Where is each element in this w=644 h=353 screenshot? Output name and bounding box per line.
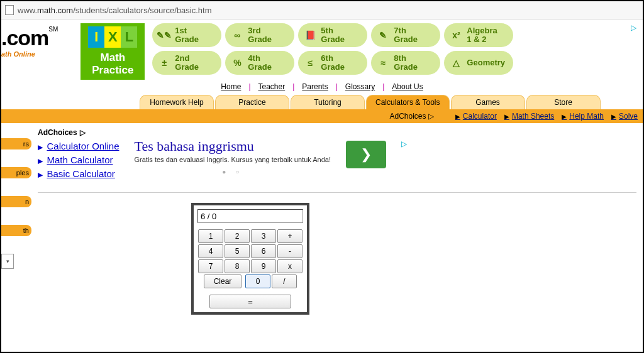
subnav-link[interactable]: ▶ Math Sheets [504, 112, 554, 121]
subnav-link[interactable]: ▶ Help Math [562, 112, 604, 121]
ixl-logo: I X L [88, 26, 137, 48]
nav-tab[interactable]: Practice [215, 95, 289, 109]
ixl-ad[interactable]: I X L Math Practice [80, 23, 145, 80]
calc-key-1[interactable]: 1 [198, 229, 223, 243]
adchoices-label-small[interactable]: AdChoices ▷ [38, 128, 636, 137]
grade-pill[interactable]: ∞3rdGrade [225, 23, 294, 47]
calc-key-2[interactable]: 2 [225, 229, 250, 243]
calc-key-+[interactable]: + [277, 229, 303, 243]
calc-key-9[interactable]: 9 [251, 259, 276, 273]
sponsored-link[interactable]: Basic Calculator [47, 168, 114, 179]
calc-key-divide[interactable]: / [272, 274, 297, 288]
grade-label: Geometry [467, 58, 505, 67]
nav-tab[interactable]: Store [526, 95, 601, 109]
play-icon: ▶ [38, 157, 43, 165]
nav-tab[interactable]: Tutoring [291, 95, 365, 109]
top-link[interactable]: Glossary [345, 82, 375, 91]
grade-pill[interactable]: ±2ndGrade [152, 51, 221, 75]
sponsored-link[interactable]: Calculator Online [47, 141, 119, 151]
calc-key-8[interactable]: 8 [225, 259, 250, 273]
left-side-tab[interactable]: rs [1, 138, 31, 149]
nav-tabs: Homework HelpPracticeTutoringCalculators… [1, 95, 643, 109]
grade-pill[interactable]: ✎✎1stGrade [152, 23, 221, 47]
ad-text[interactable]: Tes bahasa inggrismu Gratis tes dan eval… [135, 138, 331, 175]
grade-icon: 📕 [304, 30, 316, 41]
subnav-link[interactable]: ▶ Solve [611, 112, 638, 121]
grade-label: 6thGrade [321, 54, 345, 71]
sponsored-links: ▶ Calculator Online▶ Math Calculator▶ Ba… [38, 141, 119, 180]
left-side-tab[interactable]: th [1, 225, 31, 236]
nav-tab[interactable]: Calculators & Tools [366, 95, 450, 109]
left-sidebar: rsplesnth▾ [1, 123, 31, 352]
top-link[interactable]: Teacher [258, 82, 286, 91]
grade-label: 2ndGrade [175, 54, 199, 71]
play-icon: ▶ [38, 143, 43, 151]
grade-icon: ± [158, 57, 170, 68]
calc-key-5[interactable]: 5 [225, 244, 250, 258]
sponsored-link[interactable]: Math Calculator [47, 155, 113, 165]
top-link[interactable]: Home [221, 82, 241, 91]
site-logo: .comSM ath Online [1, 23, 58, 58]
grade-pill[interactable]: x²Algebra1 & 2 [444, 23, 513, 47]
ad-triangle-icon[interactable]: ▷ [631, 23, 636, 32]
grade-pill[interactable]: ✎7thGrade [371, 23, 440, 47]
grade-label: 4thGrade [248, 54, 272, 71]
grade-icon: ✎ [377, 30, 389, 41]
grade-label: Algebra1 & 2 [467, 26, 497, 43]
play-icon: ▶ [562, 113, 567, 120]
grade-label: 3rdGrade [248, 26, 272, 43]
play-icon: ▶ [455, 113, 460, 120]
nav-tab[interactable]: Homework Help [140, 95, 214, 109]
url: www.math.com/students/calculators/source… [18, 6, 212, 15]
play-icon: ▶ [38, 171, 43, 178]
grade-icon: x² [450, 30, 462, 41]
grade-icon: ≈ [377, 57, 389, 68]
grade-pill[interactable]: ≤6thGrade [298, 51, 367, 75]
calc-key-4[interactable]: 4 [198, 244, 223, 258]
grade-label: 8thGrade [394, 54, 418, 71]
top-link[interactable]: Parents [302, 82, 328, 91]
top-links: Home|Teacher|Parents|Glossary|About Us [1, 80, 643, 95]
grade-icon: △ [450, 57, 462, 68]
grade-icon: ≤ [304, 57, 316, 68]
calc-key-7[interactable]: 7 [198, 259, 223, 273]
left-side-tab[interactable]: n [1, 196, 31, 207]
grade-icon: % [231, 57, 243, 68]
adchoices-label[interactable]: AdChoices ▷ [389, 112, 433, 121]
divider [38, 192, 636, 193]
calc-key--[interactable]: - [277, 244, 303, 258]
calc-key-6[interactable]: 6 [251, 244, 276, 258]
grade-pill[interactable]: ≈8thGrade [371, 51, 440, 75]
grade-pill[interactable]: %4thGrade [225, 51, 294, 75]
top-link[interactable]: About Us [392, 82, 423, 91]
main-content: AdChoices ▷ ▶ Calculator Online▶ Math Ca… [31, 123, 643, 352]
calc-key-0[interactable]: 0 [245, 274, 270, 288]
ad-triangle-icon[interactable]: ▷ [401, 139, 407, 148]
address-bar[interactable]: www.math.com/students/calculators/source… [1, 1, 643, 19]
sub-nav-bar: AdChoices ▷ ▶ Calculator▶ Math Sheets▶ H… [1, 109, 643, 123]
grade-label: 7thGrade [394, 26, 418, 43]
ad-pagination-dots[interactable]: ● ○ [135, 168, 331, 175]
grade-pill[interactable]: △Geometry [444, 51, 513, 75]
subnav-link[interactable]: ▶ Calculator [455, 112, 497, 121]
grade-label: 1stGrade [175, 26, 199, 43]
grade-pills: ✎✎1stGrade∞3rdGrade📕5thGrade✎7thGradex²A… [152, 23, 513, 75]
left-side-tab[interactable]: ples [1, 167, 31, 178]
calc-key-equals[interactable]: = [209, 295, 291, 308]
link-separator: | [248, 82, 250, 91]
calc-display[interactable] [197, 209, 303, 223]
ad-go-button[interactable]: ❯ [346, 141, 386, 168]
nav-tab[interactable]: Games [451, 95, 525, 109]
calc-key-clear[interactable]: Clear [204, 274, 242, 288]
grade-icon: ∞ [231, 30, 243, 41]
play-icon: ▶ [504, 113, 509, 120]
grade-pill[interactable]: 📕5thGrade [298, 23, 367, 47]
left-dropdown[interactable]: ▾ [1, 254, 14, 269]
calc-key-x[interactable]: x [277, 259, 303, 273]
link-separator: | [336, 82, 338, 91]
grade-label: 5thGrade [321, 26, 345, 43]
play-icon: ▶ [611, 113, 616, 120]
grade-icon: ✎✎ [158, 30, 170, 41]
calc-key-3[interactable]: 3 [251, 229, 276, 243]
calculator: 123+456-789x Clear 0 / = [191, 203, 309, 315]
